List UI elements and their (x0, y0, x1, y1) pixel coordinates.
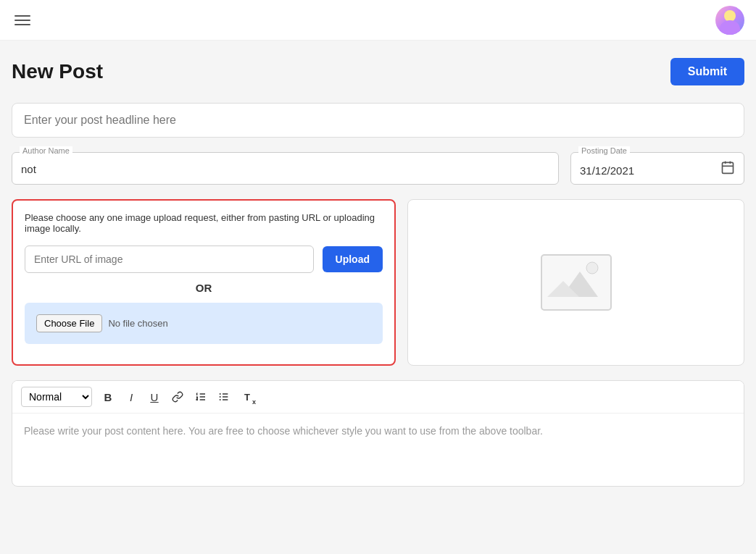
date-value: 31/12/2021 (580, 164, 634, 177)
underline-button[interactable]: U (144, 387, 165, 407)
image-preview (407, 199, 744, 366)
svg-rect-0 (723, 162, 734, 173)
headline-wrapper (12, 103, 744, 138)
author-label: Author Name (20, 146, 72, 155)
editor-toolbar: Normal Heading 1 Heading 2 Heading 3 B I… (12, 381, 744, 414)
page-header: New Post Submit (12, 58, 744, 85)
meta-row: Author Name not Posting Date 31/12/2021 (12, 152, 744, 185)
svg-point-14 (220, 393, 221, 395)
calendar-icon[interactable] (720, 160, 735, 178)
upload-button[interactable]: Upload (323, 246, 383, 272)
url-input[interactable] (25, 245, 314, 273)
headline-input[interactable] (24, 114, 732, 127)
author-field-wrapper: Author Name not (12, 152, 559, 185)
format-select[interactable]: Normal Heading 1 Heading 2 Heading 3 (21, 387, 92, 407)
bold-button[interactable]: B (98, 387, 118, 407)
svg-point-16 (220, 399, 221, 400)
file-input-wrapper: Choose File No file chosen (36, 314, 371, 332)
ordered-list-button[interactable] (191, 387, 211, 407)
user-avatar[interactable] (715, 6, 744, 35)
hamburger-menu-icon[interactable] (12, 12, 33, 28)
submit-button[interactable]: Submit (670, 58, 744, 85)
italic-button[interactable]: I (121, 387, 141, 407)
or-divider: OR (25, 282, 383, 294)
url-row: Upload (25, 245, 383, 273)
file-name-label: No file chosen (108, 318, 167, 329)
svg-point-15 (220, 396, 221, 398)
date-field-wrapper: Posting Date 31/12/2021 (570, 152, 744, 185)
date-label: Posting Date (578, 146, 630, 155)
editor-section: Normal Heading 1 Heading 2 Heading 3 B I… (12, 380, 744, 487)
image-upload-warning: Please choose any one image upload reque… (25, 212, 383, 234)
main-content: New Post Submit Author Name not Posting … (0, 41, 756, 504)
svg-point-7 (586, 262, 598, 274)
page-title: New Post (12, 60, 103, 83)
choose-file-button[interactable]: Choose File (36, 314, 102, 332)
image-section: Please choose any one image upload reque… (12, 199, 744, 366)
top-navigation (0, 0, 756, 41)
link-button[interactable] (167, 387, 188, 407)
unordered-list-button[interactable] (214, 387, 234, 407)
editor-area[interactable]: Please write your post content here. You… (12, 414, 744, 486)
image-upload-panel: Please choose any one image upload reque… (12, 199, 396, 366)
clear-format-button[interactable]: T x (237, 387, 257, 407)
author-value: not (21, 163, 549, 175)
file-upload-area: Choose File No file chosen (25, 303, 383, 344)
image-placeholder-icon (533, 250, 620, 315)
